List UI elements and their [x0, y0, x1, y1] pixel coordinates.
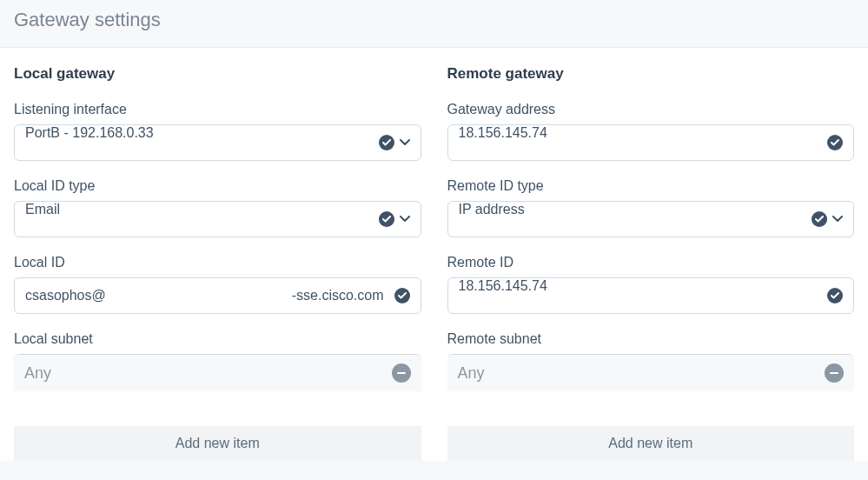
- remote-id-type-field: Remote ID type IP address: [447, 178, 855, 237]
- listening-interface-value: PortB - 192.168.0.33: [25, 125, 379, 160]
- remote-id-label: Remote ID: [447, 255, 855, 270]
- gateway-settings-panel: Local gateway Listening interface PortB …: [0, 47, 868, 461]
- subnet-spacer: [447, 391, 855, 426]
- local-subnet-label: Local subnet: [14, 331, 421, 347]
- gateway-address-input[interactable]: 18.156.145.74: [447, 124, 855, 161]
- remote-gateway-title: Remote gateway: [447, 65, 855, 83]
- add-remote-subnet-button[interactable]: Add new item: [447, 426, 855, 461]
- chevron-down-icon: [400, 139, 410, 146]
- subnet-spacer: [14, 391, 421, 426]
- check-circle-icon: [812, 211, 827, 227]
- listening-interface-select[interactable]: PortB - 192.168.0.33: [14, 124, 421, 161]
- remote-subnet-box: Any Add new item: [447, 354, 855, 461]
- local-id-label: Local ID: [14, 255, 421, 270]
- listening-interface-label: Listening interface: [14, 102, 421, 117]
- add-local-subnet-button[interactable]: Add new item: [14, 426, 421, 461]
- listening-interface-field: Listening interface PortB - 192.168.0.33: [14, 102, 421, 161]
- local-id-type-value: Email: [25, 202, 379, 237]
- remote-id-field: Remote ID 18.156.145.74: [447, 255, 855, 314]
- remote-subnet-label: Remote subnet: [447, 331, 855, 347]
- local-id-type-select[interactable]: Email: [14, 201, 421, 237]
- minus-icon: [830, 372, 838, 374]
- local-id-field: Local ID csasophos@ -sse.cisco.com: [14, 255, 421, 314]
- list-item: Any: [447, 355, 855, 391]
- local-id-type-field: Local ID type Email: [14, 178, 421, 237]
- chevron-down-icon: [400, 216, 410, 223]
- remote-gateway-column: Remote gateway Gateway address 18.156.14…: [447, 65, 855, 461]
- remove-item-button[interactable]: [825, 363, 844, 383]
- remote-id-type-select[interactable]: IP address: [447, 201, 855, 237]
- local-id-value-left: csasophos@: [25, 288, 106, 303]
- local-subnet-item: Any: [24, 364, 392, 383]
- remote-subnet-item: Any: [458, 364, 825, 383]
- minus-icon: [397, 372, 406, 374]
- remote-id-type-label: Remote ID type: [447, 178, 855, 194]
- local-subnet-box: Any Add new item: [14, 354, 421, 461]
- local-subnet-field: Local subnet Any Add new item: [14, 331, 421, 461]
- list-item: Any: [14, 355, 421, 391]
- check-circle-icon: [379, 211, 394, 227]
- check-circle-icon: [379, 135, 394, 150]
- check-circle-icon: [827, 288, 843, 303]
- gateway-address-label: Gateway address: [447, 102, 855, 117]
- remote-id-type-value: IP address: [459, 202, 812, 237]
- gateway-address-field: Gateway address 18.156.145.74: [447, 102, 855, 161]
- gateway-address-value: 18.156.145.74: [459, 125, 828, 160]
- check-circle-icon: [394, 288, 410, 303]
- local-gateway-column: Local gateway Listening interface PortB …: [14, 65, 421, 461]
- remote-id-value: 18.156.145.74: [459, 278, 828, 313]
- remove-item-button[interactable]: [392, 363, 411, 383]
- local-id-input[interactable]: csasophos@ -sse.cisco.com: [14, 277, 421, 314]
- local-id-value-right: -sse.cisco.com: [115, 288, 384, 303]
- remote-id-input[interactable]: 18.156.145.74: [447, 277, 855, 314]
- local-gateway-title: Local gateway: [14, 65, 421, 83]
- local-id-type-label: Local ID type: [14, 178, 421, 194]
- page-title: Gateway settings: [0, 0, 868, 47]
- remote-subnet-field: Remote subnet Any Add new item: [447, 331, 855, 461]
- chevron-down-icon: [832, 216, 843, 223]
- check-circle-icon: [827, 135, 843, 150]
